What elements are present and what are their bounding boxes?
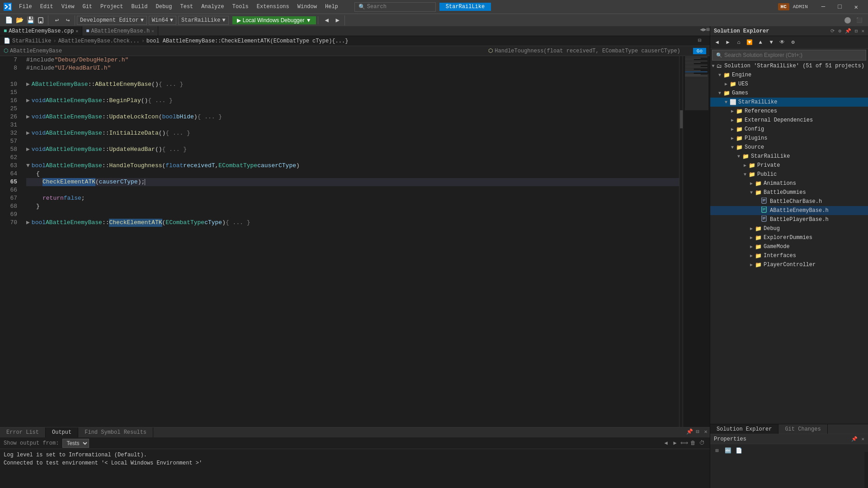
undo-button[interactable]: ↩ bbox=[52, 15, 62, 25]
output-close-button[interactable]: ✕ bbox=[702, 427, 710, 436]
minimize-button[interactable]: ─ bbox=[815, 1, 831, 13]
collapse-arrow-58[interactable]: ▶ bbox=[26, 145, 30, 154]
collapse-arrow-32[interactable]: ▶ bbox=[26, 129, 30, 137]
tab-scroll-right[interactable]: ▶ bbox=[703, 26, 707, 36]
save-all-button[interactable] bbox=[36, 15, 46, 25]
save-button[interactable]: 💾 bbox=[25, 15, 35, 25]
tree-games[interactable]: ▼ 📁 Games bbox=[710, 89, 868, 98]
se-home-btn[interactable]: ⌂ bbox=[734, 38, 744, 47]
collapse-arrow-26[interactable]: ▶ bbox=[26, 113, 30, 121]
collapse-arrow-16[interactable]: ▶ bbox=[26, 97, 30, 105]
output-prev-button[interactable]: ◀ bbox=[662, 439, 670, 447]
tab-cpp-close[interactable]: ✕ bbox=[75, 28, 78, 34]
menu-analyze[interactable]: Analyze bbox=[198, 3, 227, 11]
output-pin-button[interactable]: 📌 bbox=[685, 427, 693, 436]
menu-file[interactable]: File bbox=[15, 3, 36, 11]
forward-button[interactable]: ▶ bbox=[333, 15, 343, 25]
output-undock-button[interactable]: ⊟ bbox=[693, 427, 702, 436]
props-pages-btn[interactable]: 📄 bbox=[734, 446, 744, 455]
debug-dropdown[interactable]: Local Windows Debugger ▼ bbox=[243, 17, 311, 23]
platform-dropdown[interactable]: Win64 ▼ bbox=[149, 16, 176, 25]
se-view-btn[interactable]: 👁 bbox=[777, 38, 787, 47]
nav-left[interactable]: ABattleEnemyBase bbox=[10, 48, 62, 54]
tree-battlechabase-h[interactable]: ▶ BattleCharBase.h bbox=[710, 197, 868, 206]
se-properties-button[interactable]: ⚙ bbox=[838, 28, 841, 34]
nav-right[interactable]: HandleToughness(float receivedT, ECombat… bbox=[495, 48, 680, 54]
open-file-button[interactable]: 📂 bbox=[14, 15, 24, 25]
go-button[interactable]: Go bbox=[693, 48, 706, 54]
se-search[interactable]: 🔍 bbox=[712, 50, 866, 61]
menu-tools[interactable]: Tools bbox=[229, 3, 252, 11]
tab-error-list[interactable]: Error List bbox=[0, 427, 46, 437]
tree-animations[interactable]: ▶ 📁 Animations bbox=[710, 179, 868, 188]
redo-button[interactable]: ↪ bbox=[63, 15, 73, 25]
menu-edit[interactable]: Edit bbox=[37, 3, 57, 11]
collapse-arrow-63[interactable]: ▼ bbox=[26, 162, 30, 170]
tree-config[interactable]: ▶ 📁 Config bbox=[710, 125, 868, 134]
tab-h-close[interactable]: ✕ bbox=[151, 28, 154, 34]
menu-view[interactable]: View bbox=[58, 3, 78, 11]
se-search-input[interactable] bbox=[724, 52, 862, 58]
tree-ext-deps[interactable]: ▶ 📁 External Dependencies bbox=[710, 116, 868, 125]
output-wrap-button[interactable]: ⟺ bbox=[680, 439, 688, 447]
menu-extensions[interactable]: Extensions bbox=[253, 3, 293, 11]
tree-explorerdummies[interactable]: ▶ 📁 ExplorerDummies bbox=[710, 233, 868, 242]
se-tab-solution-explorer[interactable]: Solution Explorer bbox=[710, 424, 778, 434]
se-forward-btn[interactable]: ▶ bbox=[723, 38, 733, 47]
tree-solution[interactable]: ▼ 🗂 Solution 'StarRailLike' (51 of 51 pr… bbox=[710, 61, 868, 70]
output-scrollbar[interactable] bbox=[864, 452, 868, 488]
tree-references[interactable]: ▶ 📁 References bbox=[710, 107, 868, 116]
tab-output[interactable]: Output bbox=[46, 427, 78, 437]
back-button[interactable]: ◀ bbox=[322, 15, 332, 25]
menu-test[interactable]: Test bbox=[177, 3, 197, 11]
se-sync-button[interactable]: ⟳ bbox=[830, 28, 835, 34]
tab-scroll-left[interactable]: ◀ bbox=[700, 26, 703, 36]
tab-options[interactable]: ⊞ bbox=[707, 26, 710, 36]
tree-public[interactable]: ▼ 📁 Public bbox=[710, 170, 868, 179]
close-button[interactable]: ✕ bbox=[848, 1, 864, 13]
code-area[interactable]: 7 8 10 15 16 25 26 31 32 57 58 62 63 64 … bbox=[0, 56, 683, 427]
code-text[interactable]: #include "Debug/DebugHelper.h" #include … bbox=[23, 56, 679, 427]
split-editor-button[interactable]: ⊟ bbox=[698, 37, 706, 45]
se-collapse-btn[interactable]: ▲ bbox=[755, 38, 765, 47]
tree-interfaces[interactable]: ▶ 📁 Interfaces bbox=[710, 251, 868, 260]
tree-ues[interactable]: ▶ 📁 UES bbox=[710, 80, 868, 89]
se-pin-button[interactable]: 📌 bbox=[845, 28, 851, 34]
props-category-btn[interactable]: ⊞ bbox=[712, 446, 722, 455]
new-file-button[interactable]: 📄 bbox=[4, 15, 14, 25]
props-close[interactable]: ✕ bbox=[861, 436, 864, 442]
tree-playercontroller[interactable]: ▶ 📁 PlayerController bbox=[710, 260, 868, 269]
project-dropdown[interactable]: StarRailLike ▼ bbox=[178, 16, 229, 25]
se-settings-btn[interactable]: ⚙ bbox=[788, 38, 798, 47]
tree-battleplayerbase-h[interactable]: ▶ BattlePlayerBase.h bbox=[710, 215, 868, 224]
tree-plugins[interactable]: ▶ 📁 Plugins bbox=[710, 134, 868, 143]
menu-help[interactable]: Help bbox=[321, 3, 342, 11]
menu-git[interactable]: Git bbox=[79, 3, 96, 11]
menu-project[interactable]: Project bbox=[97, 3, 127, 11]
global-search-box[interactable]: 🔍 Search bbox=[354, 2, 436, 12]
menu-build[interactable]: Build bbox=[127, 3, 151, 11]
output-settings-button[interactable]: ⏱ bbox=[698, 439, 706, 447]
se-close-button[interactable]: ✕ bbox=[861, 28, 864, 34]
menu-window[interactable]: Window bbox=[294, 3, 321, 11]
maximize-button[interactable]: □ bbox=[831, 1, 848, 13]
collapse-arrow-10[interactable]: ▶ bbox=[26, 80, 30, 89]
se-tab-git-changes[interactable]: Git Changes bbox=[778, 424, 827, 434]
props-pin[interactable]: 📌 bbox=[851, 436, 858, 442]
se-expand-btn[interactable]: ▼ bbox=[766, 38, 776, 47]
output-source-dropdown[interactable]: Tests bbox=[62, 439, 89, 448]
tab-cpp[interactable]: ■ ABattleEnemyBase.cpp ✕ bbox=[0, 26, 82, 36]
tree-gamemode[interactable]: ▶ 📁 GameMode bbox=[710, 242, 868, 251]
tree-private[interactable]: ▶ 📁 Private bbox=[710, 161, 868, 170]
config-dropdown[interactable]: Development Editor ▼ bbox=[77, 16, 147, 25]
menu-debug[interactable]: Debug bbox=[152, 3, 175, 11]
scrollbar-thumb[interactable] bbox=[680, 110, 683, 128]
output-clear-button[interactable]: 🗑 bbox=[689, 439, 697, 447]
se-filter-btn[interactable]: 🔽 bbox=[745, 38, 755, 47]
tab-h[interactable]: ■ ABattleEnemyBase.h ✕ bbox=[82, 26, 158, 36]
tree-starraillike-proj[interactable]: ▼ ⬜ StarRailLike bbox=[710, 98, 868, 107]
tab-find-symbol[interactable]: Find Symbol Results bbox=[78, 427, 153, 437]
se-back-btn[interactable]: ◀ bbox=[712, 38, 722, 47]
tree-battleenemybase-h[interactable]: ▶ ABattleEnemyBase.h bbox=[710, 206, 868, 215]
editor-scrollbar[interactable] bbox=[679, 56, 683, 427]
